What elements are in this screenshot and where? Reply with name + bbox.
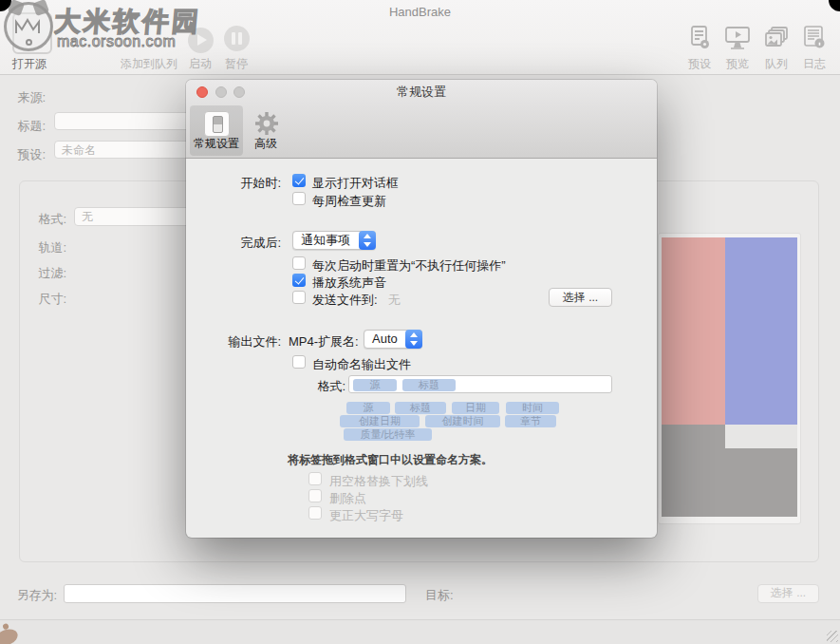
bottom-strip [0,619,840,644]
when-done-label: 完成后: [186,235,281,252]
token-chapter[interactable]: 章节 [505,415,556,427]
destination-browse-button[interactable]: 选择 ... [757,584,819,603]
show-open-dialog-label[interactable]: 显示打开对话框 [312,175,399,192]
preview-button[interactable]: 预览 [717,56,758,72]
format-token[interactable]: 源 [353,379,397,391]
tab-label: 高级 [245,136,287,152]
log-button[interactable]: 日志 [793,56,835,72]
send-file-choose-button[interactable]: 选择 ... [549,288,612,307]
format-label: 格式: [21,211,66,228]
save-as-label: 另存为: [8,587,57,604]
tracks-label: 轨道: [21,239,66,256]
at-launch-label: 开始时: [186,175,281,192]
mp4-extension-value: Auto [372,331,398,346]
token-title[interactable]: 标题 [395,402,446,414]
source-label: 来源: [0,89,46,106]
gear-icon [253,110,280,137]
remove-dots-checkbox[interactable] [308,489,322,502]
replace-underscores-checkbox[interactable] [308,472,322,485]
auto-name-label[interactable]: 自动命名输出文件 [312,356,411,373]
presets-button[interactable]: 预设 [679,56,720,72]
popup-stepper-icon [405,330,422,349]
resize-grip[interactable] [827,631,838,642]
light-switch-icon [204,111,230,137]
watermark-url-text: mac.orsoon.com [57,33,176,50]
tab-advanced[interactable]: 高级 [245,105,287,156]
format-token[interactable]: 标题 [402,379,456,391]
preferences-dialog: 常规设置 常规设置 高级 开始时: 显示打开对话框 每周检查更新 [186,80,657,538]
format-value: 无 [82,210,93,223]
mp4-extension-select[interactable]: Auto [364,330,422,349]
send-file-checkbox[interactable] [292,291,306,304]
title-select[interactable] [54,112,201,130]
check-updates-checkbox[interactable] [292,192,306,205]
auto-name-checkbox[interactable] [292,355,306,369]
output-files-label: 输出文件: [186,333,281,350]
tab-general-settings[interactable]: 常规设置 [190,105,243,156]
reset-on-launch-checkbox[interactable] [292,256,306,270]
preview-block-gray-left [662,425,725,449]
pause-icon[interactable] [224,26,250,51]
preview-block-pink [662,237,725,425]
preview-picture [659,234,800,523]
dialog-title: 常规设置 [186,84,657,101]
log-icon[interactable] [800,25,829,51]
save-as-input[interactable] [64,584,406,603]
play-sound-checkbox[interactable] [292,274,306,287]
filters-label: 过滤: [21,265,66,282]
fix-capitalization-checkbox[interactable] [308,506,322,520]
preview-block-light [725,425,797,448]
format-select[interactable]: 无 [74,207,201,226]
watermark-logo [4,2,53,51]
popup-stepper-icon [359,231,376,250]
token-quality-bitrate[interactable]: 质量/比特率 [344,428,432,441]
mp4-extension-label: MP4-扩展名: [289,333,359,350]
queue-icon[interactable] [762,25,791,51]
token-creation-date[interactable]: 创建日期 [340,415,420,427]
dialog-titlebar: 常规设置 常规设置 高级 [186,80,657,159]
preset-field[interactable]: 未命名 [54,141,201,159]
check-updates-label[interactable]: 每周检查更新 [312,193,386,210]
fix-capitalization-label: 更正大写字母 [329,507,403,524]
when-done-select[interactable]: 通知事项 [292,231,376,250]
open-source-button[interactable]: 打开源 [4,56,55,72]
add-to-queue-button[interactable]: 添加到队列 [116,56,182,72]
handbrake-app: HandBrake 打开源 添加到队列 启动 暂停 预设 预览 [0,0,840,644]
send-file-value: 无 [388,292,401,309]
destination-label: 目标: [425,587,454,604]
naming-format-field[interactable]: 源 标题 [348,375,612,393]
when-done-value: 通知事项 [301,233,350,247]
queue-button[interactable]: 队列 [756,56,797,72]
preview-icon[interactable] [723,25,752,51]
send-file-label[interactable]: 发送文件到: [312,292,378,309]
preview-block-blue [725,237,797,425]
token-source[interactable]: 源 [346,402,390,414]
reset-on-launch-label[interactable]: 每次启动时重置为“不执行任何操作” [312,257,506,275]
remove-dots-label: 删除点 [329,490,366,507]
token-date[interactable]: 日期 [452,402,499,414]
title-label: 标题: [0,118,46,135]
token-time[interactable]: 时间 [506,402,559,414]
replace-underscores-label: 用空格替换下划线 [329,473,428,490]
pause-button[interactable]: 暂停 [213,56,260,72]
naming-format-label: 格式: [289,378,345,395]
preview-block-gray-bottom [662,448,797,517]
drag-hint-text: 将标签拖到格式窗口中以设置命名方案。 [288,452,493,468]
preset-value: 未命名 [62,143,96,157]
play-sound-label[interactable]: 播放系统声音 [312,275,386,292]
preset-label: 预设: [0,146,46,163]
show-open-dialog-checkbox[interactable] [292,174,306,187]
presets-icon[interactable] [685,25,714,51]
token-creation-time[interactable]: 创建时间 [425,415,500,427]
size-label: 尺寸: [21,291,66,308]
tab-label: 常规设置 [190,136,243,152]
